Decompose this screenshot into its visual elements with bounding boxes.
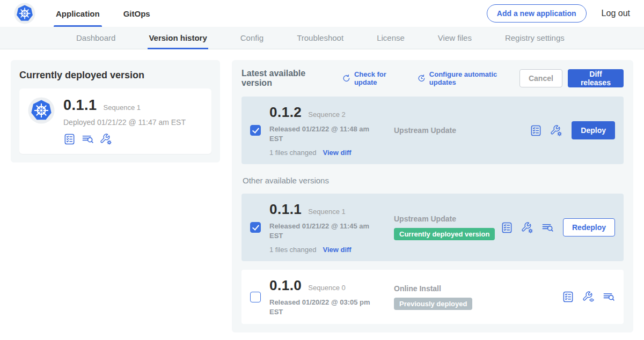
deploy-logs-icon[interactable] <box>603 291 615 303</box>
released-date: Released 01/21/22 @ 11:45 am EST <box>269 221 377 240</box>
subnav-troubleshoot[interactable]: Troubleshoot <box>296 27 345 49</box>
version-number: 0.1.1 <box>269 201 302 218</box>
subnav-registry-settings[interactable]: Registry settings <box>504 27 566 49</box>
configure-auto-updates-label: Configure automatic updates <box>429 70 519 86</box>
version-source: Upstream Update <box>394 215 501 223</box>
app-subnav: Dashboard Version history Config Trouble… <box>0 27 644 49</box>
configure-auto-updates-link[interactable]: Configure automatic updates <box>417 70 519 86</box>
version-source: Upstream Update <box>394 126 530 135</box>
edit-config-icon[interactable] <box>550 124 562 137</box>
redeploy-button[interactable]: Redeploy <box>563 218 615 236</box>
version-sequence: Sequence 1 <box>308 208 345 216</box>
subnav-view-files[interactable]: View files <box>437 27 473 49</box>
other-versions-title: Other available versions <box>243 176 624 185</box>
latest-version-title: Latest available version <box>241 69 332 88</box>
version-number: 0.1.0 <box>269 277 302 294</box>
view-config-icon[interactable] <box>582 291 595 303</box>
previously-deployed-badge: Previously deployed <box>394 298 472 310</box>
version-checkbox[interactable] <box>250 222 261 233</box>
main-content: Currently deployed version 0.1.1 Sequenc… <box>0 49 644 340</box>
subnav-version-history[interactable]: Version history <box>148 27 208 49</box>
deployed-version-card: 0.1.1 Sequence 1 Deployed 01/21/22 @ 11:… <box>19 88 211 154</box>
app-header: Application GitOps Add a new application… <box>0 0 644 27</box>
edit-config-icon[interactable] <box>100 133 112 145</box>
deployed-version-sequence: Sequence 1 <box>104 104 141 112</box>
check-update-icon <box>342 73 351 83</box>
files-changed-label: 1 files changed <box>269 149 316 157</box>
currently-deployed-title: Currently deployed version <box>19 70 211 81</box>
preflight-checks-icon[interactable] <box>562 291 574 303</box>
version-sequence: Sequence 2 <box>308 110 345 119</box>
deploy-logs-icon[interactable] <box>541 221 554 234</box>
edit-config-icon[interactable] <box>521 221 533 234</box>
subnav-dashboard[interactable]: Dashboard <box>75 27 116 49</box>
version-row-0-1-2: 0.1.2 Sequence 2 Released 01/21/22 @ 11:… <box>241 97 624 164</box>
preflight-checks-icon[interactable] <box>501 221 513 234</box>
version-sequence: Sequence 0 <box>308 284 345 292</box>
version-row-0-1-0: 0.1.0 Sequence 0 Released 01/20/22 @ 03:… <box>241 270 624 324</box>
deployed-timestamp: Deployed 01/21/22 @ 11:47 am EST <box>63 118 186 127</box>
subnav-config[interactable]: Config <box>239 27 265 49</box>
check-for-update-label: Check for update <box>354 70 407 86</box>
version-number: 0.1.2 <box>269 104 302 121</box>
header-right: Add a new application Log out <box>487 4 630 23</box>
tab-gitops[interactable]: GitOps <box>121 0 152 27</box>
view-diff-link[interactable]: View diff <box>323 149 351 157</box>
version-history-panel: Latest available version Check for updat… <box>232 60 633 332</box>
app-icon-kubernetes <box>28 97 55 124</box>
auto-update-icon <box>417 73 426 83</box>
version-checkbox[interactable] <box>250 125 261 136</box>
add-application-button[interactable]: Add a new application <box>487 4 587 23</box>
header-tabs: Application GitOps <box>54 0 172 27</box>
released-date: Released 01/20/22 @ 03:05 pm EST <box>269 298 377 316</box>
check-for-update-link[interactable]: Check for update <box>342 70 407 86</box>
view-diff-link[interactable]: View diff <box>323 246 351 254</box>
preflight-checks-icon[interactable] <box>63 133 76 145</box>
tab-application[interactable]: Application <box>54 0 102 27</box>
version-source: Online Install <box>394 284 562 293</box>
version-row-0-1-1: 0.1.1 Sequence 1 Released 01/21/22 @ 11:… <box>241 194 624 261</box>
deploy-button[interactable]: Deploy <box>572 121 615 139</box>
deployed-version-number: 0.1.1 <box>63 97 97 114</box>
files-changed-label: 1 files changed <box>269 246 316 254</box>
version-checkbox[interactable] <box>250 292 261 302</box>
released-date: Released 01/21/22 @ 11:48 am EST <box>269 124 377 143</box>
diff-releases-button[interactable]: Diff releases <box>568 69 624 87</box>
logout-link[interactable]: Log out <box>602 9 630 18</box>
deploy-logs-icon[interactable] <box>82 133 94 145</box>
currently-deployed-badge: Currently deployed version <box>394 228 495 240</box>
preflight-checks-icon[interactable] <box>530 124 542 137</box>
subnav-license[interactable]: License <box>376 27 406 49</box>
cancel-button[interactable]: Cancel <box>519 69 562 87</box>
latest-version-header: Latest available version Check for updat… <box>241 69 624 88</box>
currently-deployed-panel: Currently deployed version 0.1.1 Sequenc… <box>11 60 220 162</box>
kubernetes-logo[interactable] <box>14 3 35 24</box>
